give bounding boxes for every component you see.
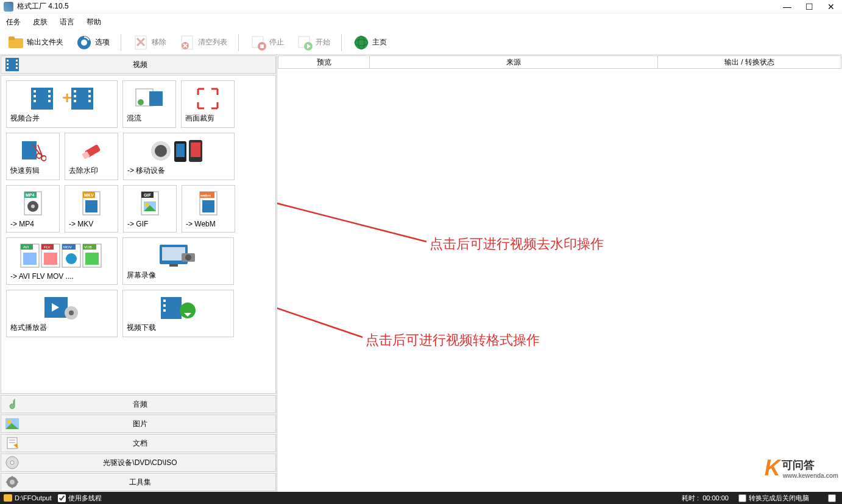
remove-button[interactable]: 移除 [130,33,169,52]
svg-line-124 [277,164,426,242]
category-disc[interactable]: 光驱设备\DVD\CD\ISO [1,453,276,472]
svg-text:webm: webm [200,194,211,197]
svg-rect-92 [85,253,99,265]
category-document[interactable]: 文档 [1,434,276,452]
category-image[interactable]: 图片 [1,415,276,433]
main-toolbar: 输出文件夹 选项 移除 清空列表 停止 开始 主页 [0,30,842,55]
item-mux[interactable]: 混流 [122,80,176,128]
mobile-icon [127,137,230,164]
item-mobile[interactable]: -> 移动设备 [123,133,235,180]
output-path[interactable]: D:\FFOutput [15,494,52,502]
svg-text:MOV: MOV [63,245,72,249]
sidebar: 视频 + 视频合并 混流 画面裁剪 快速剪辑 去除水印 [0,55,277,492]
status-folder-icon[interactable] [4,494,12,502]
separator [121,34,121,51]
svg-point-43 [138,99,144,105]
svg-text:VOB: VOB [84,245,92,249]
category-audio[interactable]: 音频 [1,395,276,413]
minimize-button[interactable]: — [780,1,794,12]
svg-text:MP4: MP4 [26,193,35,197]
menu-language[interactable]: 语言 [60,17,74,27]
svg-rect-39 [88,90,91,93]
item-avi-flv-mov[interactable]: AVIFLVMOVVOB -> AVI FLV MOV .... [6,237,118,285]
col-preview[interactable]: 预览 [278,56,370,68]
output-folder-button[interactable]: 输出文件夹 [5,33,66,52]
stop-button[interactable]: 停止 [247,33,286,52]
svg-rect-33 [48,100,51,102]
menu-help[interactable]: 帮助 [87,17,101,27]
start-icon [296,34,313,51]
annotation-arrows [277,69,838,495]
start-button[interactable]: 开始 [294,33,333,52]
item-video-merge[interactable]: + 视频合并 [6,80,118,128]
home-button[interactable]: 主页 [350,33,389,52]
remove-wm-label: 去除水印 [69,164,114,176]
svg-line-49 [38,145,43,157]
status-checkbox-1[interactable] [738,494,746,502]
home-label: 主页 [372,37,387,47]
merge-icon: + [10,85,113,112]
status-checkbox-2[interactable] [828,494,836,502]
mux-icon [127,85,172,112]
item-remove-watermark[interactable]: 去除水印 [65,133,118,180]
category-tools[interactable]: 工具集 [1,473,276,491]
options-button[interactable]: 选项 [73,33,112,52]
category-tools-label: 工具集 [23,477,275,488]
svg-rect-55 [176,144,185,157]
tools-category-icon [5,475,19,489]
item-download[interactable]: 视频下载 [122,290,234,337]
maximize-button[interactable]: ☐ [802,1,816,12]
item-gif[interactable]: GIF -> GIF [123,185,177,233]
col-source[interactable]: 来源 [370,56,658,68]
multithread-checkbox[interactable] [58,494,66,502]
svg-rect-26 [16,67,18,69]
remove-icon [132,34,149,51]
item-mkv[interactable]: MKV -> MKV [65,185,118,233]
menu-bar: 任务 皮肤 语言 帮助 [0,13,842,30]
clear-list-button[interactable]: 清空列表 [176,33,230,52]
svg-rect-76 [202,200,214,212]
close-button[interactable]: ✕ [824,1,838,12]
category-video[interactable]: 视频 [1,55,276,74]
options-icon [76,34,93,51]
start-label: 开始 [316,37,330,47]
svg-rect-1 [9,37,15,40]
svg-rect-24 [16,60,18,61]
mobile-label: -> 移动设备 [127,164,230,176]
mkv-icon: MKV [69,189,114,219]
item-mp4[interactable]: MP4 -> MP4 [6,185,60,233]
svg-text:AVI: AVI [23,245,29,249]
menu-task[interactable]: 任务 [6,17,21,27]
svg-point-53 [155,145,167,157]
stop-icon [250,34,267,51]
stop-label: 停止 [269,37,284,47]
svg-text:GIF: GIF [144,193,151,197]
item-webm[interactable]: webm -> WebM [182,185,235,233]
svg-rect-40 [88,95,91,97]
menu-skin[interactable]: 皮肤 [33,17,48,27]
screen-rec-icon [127,242,230,269]
svg-point-62 [31,205,35,208]
svg-rect-25 [16,63,18,65]
svg-point-17 [355,36,368,49]
svg-point-101 [69,310,74,315]
item-quick-cut[interactable]: 快速剪辑 [6,133,60,180]
k-logo-icon: K [765,455,780,481]
elapsed-value: 00:00:00 [702,494,729,502]
crop-icon [185,85,230,112]
disc-category-icon [5,455,19,470]
svg-rect-66 [85,200,97,212]
svg-rect-84 [44,253,57,265]
eraser-icon [69,137,114,164]
home-icon [353,34,370,51]
status-text-obscured: 转换完成后关闭电脑 [749,494,822,503]
svg-rect-119 [12,476,13,478]
item-crop[interactable]: 画面裁剪 [181,80,235,128]
download-label: 视频下载 [127,321,230,333]
col-output-status[interactable]: 输出 / 转换状态 [658,56,841,68]
item-player[interactable]: 格式播放器 [6,290,118,337]
svg-rect-105 [163,309,166,312]
svg-rect-36 [74,90,76,93]
item-screen-record[interactable]: 屏幕录像 [122,237,234,285]
svg-rect-111 [7,438,17,449]
